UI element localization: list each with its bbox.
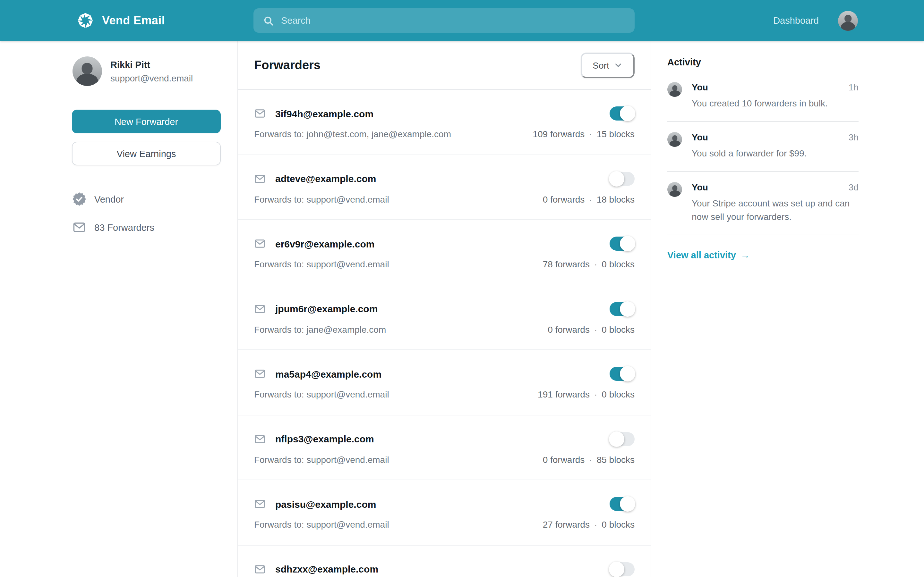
blocks-count: 0 blocks — [602, 519, 635, 530]
activity-author: You — [692, 132, 708, 142]
forwarder-row[interactable]: 3if94h@example.com Forwards to: john@tes… — [238, 90, 651, 155]
forwarder-address: ma5ap4@example.com — [275, 368, 381, 379]
toggle-knob — [609, 561, 624, 577]
forwarder-address: nflps3@example.com — [275, 434, 374, 444]
sort-label: Sort — [593, 60, 609, 70]
forwarder-row[interactable]: jpum6r@example.com Forwards to: jane@exa… — [238, 285, 651, 350]
forwards-to-label: Forwards to: john@test.com, jane@example… — [254, 129, 451, 139]
activity-text: Your Stripe account was set up and can n… — [692, 197, 859, 224]
forwarder-address: jpum6r@example.com — [275, 303, 378, 314]
forwarder-toggle[interactable] — [610, 432, 635, 446]
activity-item: You 3d Your Stripe account was set up an… — [667, 172, 859, 235]
forwarder-row[interactable]: ma5ap4@example.com Forwards to: support@… — [238, 350, 651, 415]
activity-timestamp: 3h — [849, 132, 859, 142]
forwarder-toggle[interactable] — [610, 497, 635, 511]
activity-item: You 1h You created 10 forwarders in bulk… — [667, 72, 859, 122]
forwarder-address: pasisu@example.com — [275, 498, 376, 509]
toggle-knob — [620, 366, 635, 382]
chevron-down-icon — [614, 61, 623, 69]
envelope-icon — [254, 433, 266, 445]
forwards-to-label: Forwards to: support@vend.email — [254, 389, 389, 400]
toggle-knob — [620, 301, 635, 316]
user-block: Rikki Pitt support@vend.email — [73, 56, 193, 86]
activity-avatar — [667, 82, 682, 97]
forwarder-address: adteve@example.com — [275, 173, 376, 184]
forwards-to-label: Forwards to: support@vend.email — [254, 194, 389, 204]
app-window: Vend Email Dashboard Rikki Pitt support@… — [0, 0, 924, 577]
forwarder-toggle[interactable] — [610, 237, 635, 251]
new-forwarder-button[interactable]: New Forwarder — [72, 110, 221, 133]
forwards-count: 0 forwards — [548, 324, 590, 334]
envelope-icon — [254, 108, 266, 119]
sidebar-item-forwarders[interactable]: 83 Forwarders — [73, 221, 154, 234]
forwarder-address: 3if94h@example.com — [275, 108, 373, 119]
dot-separator: · — [594, 389, 597, 400]
forwarder-toggle[interactable] — [610, 171, 635, 185]
left-sidebar: Rikki Pitt support@vend.email New Forwar… — [0, 41, 237, 577]
blocks-count: 0 blocks — [602, 324, 635, 334]
activity-author: You — [692, 182, 708, 192]
sidebar-avatar — [73, 56, 102, 86]
forwarder-toggle[interactable] — [610, 301, 635, 316]
forwards-count: 191 forwards — [538, 389, 590, 400]
forwards-count: 78 forwards — [543, 259, 590, 269]
forwarder-row[interactable]: nflps3@example.com Forwards to: support@… — [238, 415, 651, 480]
activity-avatar — [667, 182, 682, 197]
dot-separator: · — [589, 454, 592, 464]
envelope-icon — [254, 303, 266, 314]
pinwheel-logo-icon — [76, 11, 95, 30]
sidebar-item-vendor[interactable]: Vendor — [73, 192, 124, 206]
search-input[interactable] — [281, 15, 625, 26]
forwarder-row[interactable]: pasisu@example.com Forwards to: support@… — [238, 480, 651, 545]
forwarder-row[interactable]: er6v9r@example.com Forwards to: support@… — [238, 220, 651, 285]
sort-button[interactable]: Sort — [581, 52, 635, 78]
toggle-knob — [609, 431, 624, 446]
view-all-activity-link[interactable]: View all activity → — [667, 250, 750, 260]
activity-timestamp: 3d — [849, 182, 859, 192]
activity-text: You sold a forwarder for $99. — [692, 147, 859, 160]
forwards-to-label: Forwards to: support@vend.email — [254, 259, 389, 269]
search-bar — [254, 8, 635, 33]
blocks-count: 0 blocks — [602, 389, 635, 400]
activity-author: You — [692, 82, 708, 92]
view-earnings-button[interactable]: View Earnings — [72, 142, 221, 165]
mail-icon — [73, 221, 86, 234]
blocks-count: 85 blocks — [597, 454, 635, 464]
activity-text: You created 10 forwarders in bulk. — [692, 97, 859, 110]
sidebar-item-label: 83 Forwarders — [94, 222, 154, 232]
envelope-icon — [254, 173, 266, 184]
arrow-right-icon: → — [740, 250, 750, 260]
dashboard-link[interactable]: Dashboard — [773, 15, 819, 26]
toggle-knob — [620, 236, 635, 251]
forwards-count: 0 forwards — [543, 454, 585, 464]
activity-timestamp: 1h — [849, 82, 859, 92]
forwarders-header: Forwarders Sort — [238, 41, 651, 90]
envelope-icon — [254, 563, 266, 575]
forwards-count: 109 forwards — [533, 129, 585, 139]
envelope-icon — [254, 368, 266, 380]
user-email: support@vend.email — [110, 73, 193, 83]
blocks-count: 15 blocks — [597, 129, 635, 139]
dot-separator: · — [589, 129, 592, 139]
sidebar-item-label: Vendor — [94, 194, 124, 204]
forwarder-toggle[interactable] — [610, 106, 635, 121]
envelope-icon — [254, 498, 266, 510]
dot-separator: · — [589, 194, 592, 204]
forwarder-toggle[interactable] — [610, 562, 635, 576]
activity-avatar — [667, 132, 682, 147]
forwarder-toggle[interactable] — [610, 367, 635, 381]
user-avatar[interactable] — [838, 11, 858, 31]
dot-separator: · — [594, 519, 597, 530]
forwarder-row[interactable]: sdhzxx@example.com — [238, 545, 651, 577]
dot-separator: · — [594, 324, 597, 334]
envelope-icon — [254, 238, 266, 250]
forwarder-row[interactable]: adteve@example.com Forwards to: support@… — [238, 155, 651, 220]
toggle-knob — [620, 496, 635, 512]
forwarder-address: er6v9r@example.com — [275, 238, 375, 249]
search-icon — [263, 15, 274, 26]
brand-logo[interactable]: Vend Email — [76, 0, 165, 41]
user-name: Rikki Pitt — [110, 59, 193, 69]
forwards-to-label: Forwards to: jane@example.com — [254, 324, 386, 334]
top-bar: Vend Email Dashboard — [0, 0, 924, 41]
activity-title: Activity — [667, 57, 859, 67]
